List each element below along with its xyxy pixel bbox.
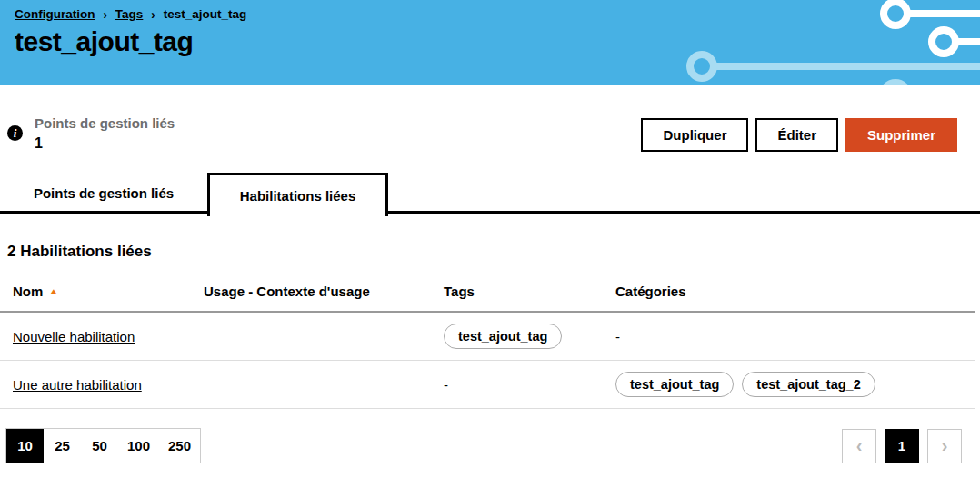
page-size-10[interactable]: 10 [6,429,44,463]
section-heading: 2 Habilitations liées [7,243,980,261]
next-page-button[interactable]: › [927,429,962,463]
page-size-100[interactable]: 100 [118,429,159,463]
column-header-label: Catégories [615,284,686,299]
cell-categories: test_ajout_tag test_ajout_tag_2 [615,372,975,397]
breadcrumb: Configuration › Tags › test_ajout_tag [15,7,980,21]
table-row: Une autre habilitation - test_ajout_tag … [0,361,975,409]
column-header-label: Nom [13,284,43,299]
delete-button[interactable]: Supprimer [845,118,957,152]
tab-habilitations-liees[interactable]: Habilitations liées [207,173,388,216]
column-header-label: Tags [444,284,475,299]
category-pill: test_ajout_tag [615,372,734,397]
table-row: Nouvelle habilitation test_ajout_tag - [0,313,975,361]
column-header-nom[interactable]: Nom ▲ [13,284,204,299]
cell-tags: test_ajout_tag [444,324,615,349]
page-size-selector: 10 25 50 100 250 [5,428,201,463]
tag-pill: test_ajout_tag [444,324,562,349]
chevron-right-icon: › [942,435,948,456]
column-header-categories[interactable]: Catégories [615,284,975,299]
page-header: Configuration › Tags › test_ajout_tag te… [0,0,980,85]
cell-categories: - [615,329,975,344]
current-page-indicator[interactable]: 1 [885,429,919,463]
summary-row: i Points de gestion liés 1 Dupliquer Édi… [0,85,980,152]
column-header-tags[interactable]: Tags [444,284,615,299]
duplicate-button[interactable]: Dupliquer [641,118,748,152]
breadcrumb-current: test_ajout_tag [164,7,247,21]
info-icon: i [7,125,23,141]
breadcrumb-separator-icon: › [103,6,106,22]
chevron-left-icon: ‹ [856,435,863,456]
breadcrumb-separator-icon: › [151,6,155,22]
column-header-usage[interactable]: Usage - Contexte d'usage [204,284,444,299]
page-size-50[interactable]: 50 [81,429,118,463]
breadcrumb-link-tags[interactable]: Tags [115,7,144,21]
summary-value: 1 [35,135,175,152]
table-header-row: Nom ▲ Usage - Contexte d'usage Tags Caté… [0,284,975,313]
page-size-250[interactable]: 250 [159,429,200,463]
tab-points-de-gestion-lies[interactable]: Points de gestion liés [0,173,207,214]
cell-nom: Nouvelle habilitation [13,329,204,344]
pagination-bar: 10 25 50 100 250 ‹ 1 › [5,428,962,463]
habilitation-link[interactable]: Une autre habilitation [13,377,142,393]
action-buttons: Dupliquer Éditer Supprimer [641,118,957,152]
column-header-label: Usage - Contexte d'usage [204,284,370,299]
category-pill: test_ajout_tag_2 [742,372,875,397]
previous-page-button[interactable]: ‹ [842,429,876,463]
breadcrumb-link-configuration[interactable]: Configuration [15,7,95,21]
page-size-25[interactable]: 25 [44,429,81,463]
edit-button[interactable]: Éditer [755,118,838,152]
cell-nom: Une autre habilitation [13,377,204,393]
summary-label: Points de gestion liés [35,115,175,131]
habilitation-link[interactable]: Nouvelle habilitation [13,329,135,344]
tab-bar: Points de gestion liés Habilitations lié… [0,173,980,214]
linked-points-summary: i Points de gestion liés 1 [7,115,175,152]
page-title: test_ajout_tag [15,26,980,57]
cell-tags: - [444,377,615,393]
pager: ‹ 1 › [842,429,962,463]
habilitations-table: Nom ▲ Usage - Contexte d'usage Tags Caté… [0,284,975,409]
sort-asc-icon: ▲ [48,287,59,296]
